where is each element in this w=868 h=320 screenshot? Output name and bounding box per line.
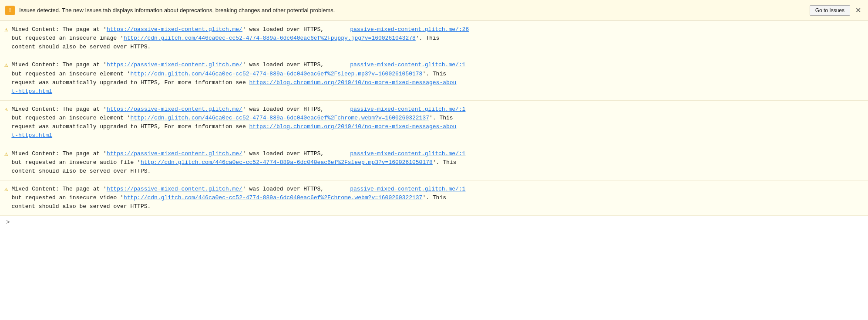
msg2-line1-suffix: ' was loaded over HTTPS, — [242, 61, 324, 68]
close-button[interactable]: ✕ — [854, 6, 863, 14]
warning-triangle-icon: ⚠ — [4, 150, 8, 157]
msg5-line1-suffix: ' was loaded over HTTPS, — [242, 186, 324, 192]
msg1-resource-url[interactable]: http://cdn.glitch.com/446ca0ec-cc52-4774… — [124, 35, 416, 41]
warning-triangle-icon: ⚠ — [4, 26, 8, 33]
msg1-line3: content should also be served over HTTPS… — [11, 44, 151, 50]
msg2-line1-prefix: Mixed Content: The page at ' — [11, 61, 106, 68]
msg5-page-url[interactable]: https://passive-mixed-content.glitch.me/ — [107, 186, 242, 192]
top-bar-message: Issues detected. The new Issues tab disp… — [19, 7, 335, 14]
msg5-resource-url[interactable]: http://cdn.glitch.com/446ca0ec-cc52-4774… — [124, 194, 423, 201]
msg3-line2-prefix: but requested an insecure element ' — [11, 115, 130, 121]
msg2-line3-prefix: request was automatically upgraded to HT… — [11, 79, 249, 86]
top-bar-right: Go to Issues ✕ — [810, 5, 863, 16]
msg2-page-url[interactable]: https://passive-mixed-content.glitch.me/ — [107, 61, 242, 68]
msg2-line2-prefix: but requested an insecure element ' — [11, 71, 130, 77]
msg1-line1-suffix: ' was loaded over HTTPS, — [242, 26, 324, 33]
top-bar-left: ! Issues detected. The new Issues tab di… — [5, 6, 335, 15]
list-item: ⚠ Mixed Content: The page at 'https://pa… — [0, 145, 868, 180]
msg3-right-link[interactable]: passive-mixed-content.glitch.me/:1 — [350, 106, 465, 112]
msg5-line2-suffix: '. This — [422, 194, 446, 201]
warning-triangle-icon: ⚠ — [4, 106, 8, 113]
warning-triangle-icon: ⚠ — [4, 185, 8, 193]
go-to-issues-button[interactable]: Go to Issues — [810, 5, 850, 16]
msg2-resource-url[interactable]: http://cdn.glitch.com/446ca0ec-cc52-4774… — [130, 71, 422, 77]
message-text-5: Mixed Content: The page at 'https://pass… — [11, 185, 862, 211]
msg5-right-link[interactable]: passive-mixed-content.glitch.me/:1 — [350, 186, 465, 192]
top-bar: ! Issues detected. The new Issues tab di… — [0, 0, 868, 21]
msg1-right-link[interactable]: passive-mixed-content.glitch.me/:26 — [350, 26, 469, 33]
msg4-page-url[interactable]: https://passive-mixed-content.glitch.me/ — [107, 150, 242, 157]
msg1-line2-prefix: but requested an insecure image ' — [11, 35, 123, 41]
list-item: ⚠ Mixed Content: The page at 'https://pa… — [0, 180, 868, 216]
message-text-4: Mixed Content: The page at 'https://pass… — [11, 150, 862, 176]
chevron-right-icon[interactable]: > — [6, 219, 10, 226]
msg3-line3-prefix: request was automatically upgraded to HT… — [11, 123, 249, 130]
msg3-resource-url[interactable]: http://cdn.glitch.com/446ca0ec-cc52-4774… — [130, 115, 429, 121]
msg3-page-url[interactable]: https://passive-mixed-content.glitch.me/ — [107, 106, 242, 112]
msg1-line2-suffix: '. This — [416, 35, 440, 41]
msg3-line2-suffix: '. This — [429, 115, 453, 121]
msg4-right-link[interactable]: passive-mixed-content.glitch.me/:1 — [350, 150, 465, 157]
list-item: ⚠ Mixed Content: The page at 'https://pa… — [0, 101, 868, 145]
msg4-line2-prefix: but requested an insecure audio file ' — [11, 159, 140, 166]
msg5-line1-prefix: Mixed Content: The page at ' — [11, 186, 106, 192]
warning-triangle-icon: ⚠ — [4, 61, 8, 68]
message-text-2: Mixed Content: The page at 'https://pass… — [11, 61, 862, 96]
list-item: ⚠ Mixed Content: The page at 'https://pa… — [0, 56, 868, 101]
msg4-line3: content should also be served over HTTPS… — [11, 168, 151, 174]
msg2-right-link[interactable]: passive-mixed-content.glitch.me/:1 — [350, 61, 465, 68]
message-text-1: Mixed Content: The page at 'https://pass… — [11, 25, 862, 51]
messages-area: ⚠ Mixed Content: The page at 'https://pa… — [0, 21, 868, 216]
msg2-line2-suffix: '. This — [422, 71, 446, 77]
msg4-line2-suffix: '. This — [433, 159, 457, 166]
msg5-line2-prefix: but requested an insecure video ' — [11, 194, 123, 201]
msg4-line1-prefix: Mixed Content: The page at ' — [11, 150, 106, 157]
msg4-resource-url[interactable]: http://cdn.glitch.com/446ca0ec-cc52-4774… — [141, 159, 433, 166]
bottom-bar: > — [0, 216, 868, 228]
msg4-line1-suffix: ' was loaded over HTTPS, — [242, 150, 324, 157]
message-text-3: Mixed Content: The page at 'https://pass… — [11, 105, 862, 140]
msg3-line1-suffix: ' was loaded over HTTPS, — [242, 106, 324, 112]
msg5-line3: content should also be served over HTTPS… — [11, 203, 151, 210]
list-item: ⚠ Mixed Content: The page at 'https://pa… — [0, 21, 868, 56]
msg1-page-url[interactable]: https://passive-mixed-content.glitch.me/ — [107, 26, 242, 33]
warning-icon: ! — [5, 6, 15, 15]
msg3-line1-prefix: Mixed Content: The page at ' — [11, 106, 106, 112]
msg1-line1-prefix: Mixed Content: The page at ' — [11, 26, 106, 33]
